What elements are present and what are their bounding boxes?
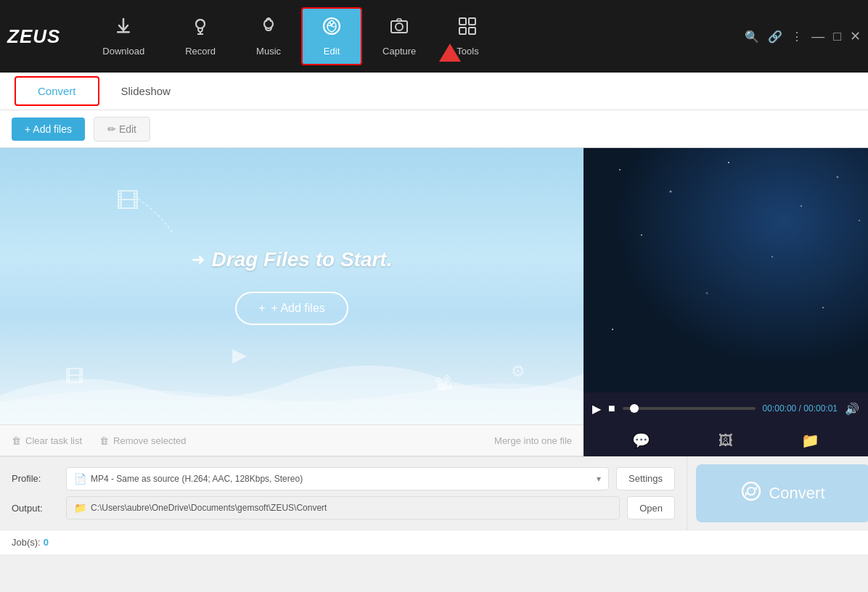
convert-side: Convert <box>687 457 868 530</box>
status-bar: Job(s): 0 <box>0 530 868 554</box>
svg-marker-6 <box>439 44 461 62</box>
play-ctrl-btn[interactable]: ▶ <box>592 402 601 416</box>
tab-convert[interactable]: Convert <box>15 76 99 106</box>
more-window-btn[interactable]: ⋮ <box>791 30 803 44</box>
svg-point-14 <box>670 191 672 193</box>
jobs-count: 0 <box>44 537 49 548</box>
deco-gear-icon: ⚙ <box>511 362 525 381</box>
settings-button[interactable]: Settings <box>616 467 675 490</box>
svg-point-24 <box>742 482 760 500</box>
stars-decoration <box>584 148 868 392</box>
share-window-btn[interactable]: 🔗 <box>768 30 782 44</box>
deco-play-icon: ▶ <box>232 344 247 366</box>
record-icon <box>190 16 210 41</box>
svg-rect-9 <box>459 18 466 25</box>
svg-point-17 <box>837 176 839 178</box>
progress-dot <box>630 404 639 413</box>
svg-point-19 <box>771 256 773 258</box>
add-files-center-label: + Add files <box>271 302 325 315</box>
svg-rect-0 <box>117 31 130 33</box>
merge-button[interactable]: Merge into one file <box>494 435 572 446</box>
titlebar: ZEUS Download Record <box>0 0 868 73</box>
profile-row: Profile: 📄 MP4 - Same as source (H.264; … <box>12 464 675 493</box>
tab-slideshow[interactable]: Slideshow <box>99 78 192 104</box>
nav-label-download: Download <box>102 46 144 57</box>
svg-rect-12 <box>469 28 475 34</box>
nav-label-edit: Edit <box>324 46 340 57</box>
progress-bar[interactable] <box>623 407 756 410</box>
remove-icon: 🗑 <box>99 435 109 446</box>
maximize-btn[interactable]: □ <box>833 29 841 44</box>
search-window-btn[interactable]: 🔍 <box>745 30 759 44</box>
video-preview <box>584 148 868 392</box>
svg-rect-10 <box>469 18 475 25</box>
plus-icon: + <box>258 302 265 315</box>
output-path-box: 📁 C:\Users\aubre\OneDrive\Documents\gems… <box>66 496 620 519</box>
task-bar: 🗑 Clear task list 🗑 Remove selected Merg… <box>0 424 584 456</box>
settings-convert-row: Profile: 📄 MP4 - Same as source (H.264; … <box>0 456 868 530</box>
profile-label: Profile: <box>12 473 59 484</box>
svg-point-23 <box>859 220 860 221</box>
capture-icon <box>389 16 409 41</box>
profile-select-box[interactable]: 📄 MP4 - Same as source (H.264; AAC, 128K… <box>66 467 609 490</box>
svg-rect-11 <box>459 28 466 34</box>
edit-button[interactable]: ✏ Edit <box>94 117 150 141</box>
output-path: C:\Users\aubre\OneDrive\Documents\gemsof… <box>91 503 327 513</box>
output-label: Output: <box>12 503 59 514</box>
subtitle-tool-icon[interactable]: 💬 <box>632 432 650 449</box>
remove-selected-button[interactable]: 🗑 Remove selected <box>99 435 186 446</box>
trash-icon: 🗑 <box>12 435 21 446</box>
minimize-btn[interactable]: — <box>811 29 824 44</box>
arrow-indicator <box>435 40 464 72</box>
svg-point-16 <box>801 205 802 207</box>
output-row: Output: 📁 C:\Users\aubre\OneDrive\Docume… <box>12 493 675 522</box>
nav-item-music[interactable]: Music <box>236 7 301 65</box>
svg-point-15 <box>728 162 729 163</box>
video-controls: ▶ ■ 00:00:00 / 00:00:01 🔊 <box>584 392 868 424</box>
svg-point-8 <box>396 23 403 30</box>
window-controls: 🔍 🔗 ⋮ — □ ✕ <box>745 28 861 44</box>
add-files-center-button[interactable]: + + Add files <box>235 292 348 325</box>
convert-big-button[interactable]: Convert <box>696 464 868 522</box>
time-display: 00:00:00 / 00:00:01 <box>763 403 838 414</box>
open-button[interactable]: Open <box>627 496 675 519</box>
deco-reel-icon: 🎞 <box>65 366 84 388</box>
music-icon <box>258 16 279 41</box>
profile-value: MP4 - Same as source (H.264; AAC, 128Kbp… <box>91 474 591 484</box>
folder-tool-icon[interactable]: 📁 <box>801 432 819 449</box>
folder-path-icon: 📁 <box>74 502 86 514</box>
nav-label-music: Music <box>256 46 281 57</box>
svg-point-22 <box>612 329 613 330</box>
tools-icon <box>457 16 478 41</box>
stop-ctrl-btn[interactable]: ■ <box>608 402 615 415</box>
drag-arrow-icon: ➜ <box>192 250 205 269</box>
add-files-button[interactable]: + Add files <box>12 118 85 141</box>
nav-item-record[interactable]: Record <box>165 7 236 65</box>
svg-point-4 <box>264 20 273 28</box>
dropdown-chevron-icon: ▾ <box>597 474 601 484</box>
svg-point-13 <box>619 169 621 170</box>
video-panel: ▶ ■ 00:00:00 / 00:00:01 🔊 💬 🖼 📁 <box>584 148 868 456</box>
nav-label-record: Record <box>185 46 216 57</box>
sub-tabs: Convert Slideshow <box>0 73 868 110</box>
close-btn[interactable]: ✕ <box>850 28 861 44</box>
settings-side: Profile: 📄 MP4 - Same as source (H.264; … <box>0 457 687 530</box>
nav-label-capture: Capture <box>382 46 416 57</box>
drop-zone[interactable]: 🎞 ➜ Drag Files to Start. + + Add files <box>0 148 584 424</box>
edit-icon <box>322 16 342 41</box>
jobs-label: Job(s): <box>12 537 41 548</box>
volume-btn[interactable]: 🔊 <box>845 402 859 416</box>
svg-point-21 <box>822 307 824 308</box>
remove-label: Remove selected <box>113 435 186 446</box>
nav-item-capture[interactable]: Capture <box>362 7 436 65</box>
clear-task-button[interactable]: 🗑 Clear task list <box>12 435 82 446</box>
image-tool-icon[interactable]: 🖼 <box>718 432 733 449</box>
merge-label: Merge into one file <box>494 435 572 446</box>
video-tools: 💬 🖼 📁 <box>584 424 868 456</box>
nav-item-download[interactable]: Download <box>82 7 165 65</box>
toolbar: + Add files ✏ Edit <box>0 110 868 148</box>
drag-text: Drag Files to Start. <box>212 248 393 271</box>
convert-big-label: Convert <box>769 484 824 503</box>
nav-item-edit[interactable]: Edit <box>301 7 362 65</box>
left-panel: 🎞 ➜ Drag Files to Start. + + Add files <box>0 148 584 456</box>
